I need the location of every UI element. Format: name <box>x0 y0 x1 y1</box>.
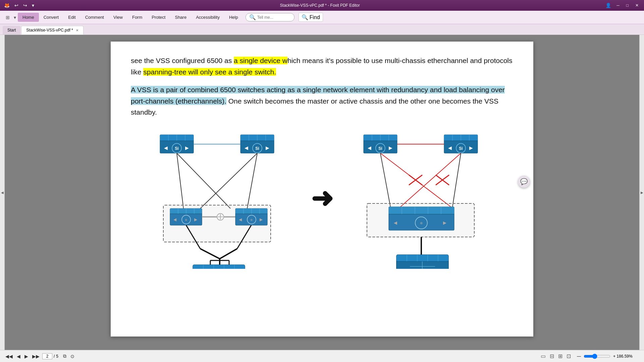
pdf-viewer: see the VSS configured 6500 as a single … <box>5 35 639 350</box>
tabbar: Start StackWise-VSS-vPC.pdf * ✕ <box>0 24 644 35</box>
last-page-btn[interactable]: ▶▶ <box>31 353 41 360</box>
paragraph-2: A VSS is a pair of combined 6500 switche… <box>131 84 513 118</box>
menu-edit[interactable]: Edit <box>63 13 80 22</box>
titlebar-left: 🦊 ↩ ↪ ▾ <box>3 2 36 9</box>
pdf-page: see the VSS configured 6500 as a single … <box>111 42 533 337</box>
find-box[interactable]: 🔍 Find <box>299 13 323 22</box>
svg-text:◀: ◀ <box>173 217 177 222</box>
svg-text:Si: Si <box>459 146 463 151</box>
statusbar: ◀◀ ◀ ▶ ▶▶ / 5 ⧉ ⊙ ▭ ⊟ ⊞ ⊡ — + 186.59% <box>0 350 644 362</box>
svg-rect-98 <box>389 207 454 214</box>
minimize-btn[interactable]: ─ <box>614 2 622 8</box>
titlebar-title: StackWise-VSS-vPC.pdf * - Foxit PDF Edit… <box>36 3 604 8</box>
svg-line-89 <box>400 153 461 207</box>
two-page-cont-btn[interactable]: ⊡ <box>566 352 572 360</box>
prev-page-btn[interactable]: ◀ <box>15 353 22 360</box>
total-pages: 5 <box>56 354 58 359</box>
svg-text:▶: ▶ <box>194 217 198 222</box>
quick-access-btn[interactable]: ▾ <box>31 2 36 9</box>
menu-convert[interactable]: Convert <box>39 13 64 22</box>
search-icon: 🔍 <box>249 14 256 20</box>
continuous-view-btn[interactable]: ⊟ <box>549 352 555 360</box>
redo-btn[interactable]: ↪ <box>22 2 29 9</box>
svg-text:◀: ◀ <box>448 145 452 150</box>
menu-form[interactable]: Form <box>127 13 147 22</box>
menu-home[interactable]: Home <box>18 13 39 22</box>
paragraph-1: see the VSS configured 6500 as a single … <box>131 55 513 77</box>
tab-start-label: Start <box>7 28 16 33</box>
next-page-btn[interactable]: ▶ <box>23 353 30 360</box>
svg-text:▶: ▶ <box>185 145 189 150</box>
menu-share[interactable]: Share <box>170 13 191 22</box>
comment-btn[interactable]: 💬 <box>518 176 530 188</box>
toolbar-left-icons: ⊞ ▾ <box>4 14 18 21</box>
highlight-vss-desc: A VSS is a pair of combined 6500 switche… <box>131 86 505 105</box>
content-area: ◀ see the VSS configured 6500 as a singl… <box>0 35 644 350</box>
svg-text:◀: ◀ <box>394 220 397 225</box>
left-panel-toggle[interactable]: ◀ <box>0 35 5 350</box>
titlebar-right: 👤 ─ □ ✕ <box>604 2 641 9</box>
arrow-diagram: ➜ <box>311 183 333 214</box>
menu-help[interactable]: Help <box>224 13 243 22</box>
menu-accessibility[interactable]: Accessibility <box>191 13 224 22</box>
menu-protect[interactable]: Protect <box>147 13 170 22</box>
view-options2-btn[interactable]: ▾ <box>12 14 18 21</box>
svg-text:◀: ◀ <box>164 145 168 150</box>
svg-line-21 <box>177 153 230 208</box>
svg-text:⊕: ⊕ <box>420 221 423 225</box>
two-page-view-btn[interactable]: ⊞ <box>557 352 563 360</box>
app-icon: 🦊 <box>3 2 11 9</box>
single-page-view-btn[interactable]: ▭ <box>540 352 546 360</box>
statusbar-view-controls: ▭ ⊟ ⊞ ⊡ — + 186.59% <box>540 352 640 360</box>
svg-text:▶: ▶ <box>260 217 263 222</box>
statusbar-navigation: ◀◀ ◀ ▶ ▶▶ / 5 ⧉ ⊙ <box>4 353 76 360</box>
highlight-single-device: a single device w <box>234 57 287 64</box>
tab-start[interactable]: Start <box>3 26 20 35</box>
tell-me-input[interactable] <box>257 15 291 20</box>
right-chevron-icon: ▶ <box>641 191 643 194</box>
close-btn[interactable]: ✕ <box>633 2 641 8</box>
svg-rect-110 <box>396 255 448 261</box>
svg-text:⊕: ⊕ <box>185 218 187 222</box>
svg-line-52 <box>200 249 220 259</box>
view-options-btn[interactable]: ⊞ <box>4 14 11 21</box>
menu-comment[interactable]: Comment <box>80 13 109 22</box>
menu-view[interactable]: View <box>109 13 127 22</box>
page-separator: / <box>54 354 55 359</box>
tab-close-btn[interactable]: ✕ <box>76 28 78 32</box>
copy-page-btn[interactable]: ⧉ <box>62 353 68 360</box>
menubar: ⊞ ▾ Home Convert Edit Comment View Form … <box>0 11 644 24</box>
svg-rect-59 <box>193 265 245 269</box>
svg-text:◀: ◀ <box>239 217 242 222</box>
undo-btn[interactable]: ↩ <box>13 2 20 9</box>
zoom-slider[interactable] <box>584 354 610 359</box>
svg-line-53 <box>220 249 237 259</box>
maximize-btn[interactable]: □ <box>624 2 631 8</box>
diagram-after: Si ◀ ▶ Si ◀ ▶ <box>347 128 501 269</box>
right-panel-toggle[interactable]: ▶ <box>639 35 644 350</box>
diagram-container: Si ◀ ▶ Si ◀ <box>131 128 513 269</box>
svg-text:⊕: ⊕ <box>250 218 253 222</box>
page-number-input[interactable] <box>42 353 52 359</box>
user-icon[interactable]: 👤 <box>604 2 612 9</box>
snapshot-btn[interactable]: ⊙ <box>69 353 76 360</box>
highlight-spanning-tree: spanning-tree will only see a single swi… <box>143 68 276 76</box>
svg-line-95 <box>452 153 461 207</box>
svg-text:▶: ▶ <box>469 145 473 150</box>
titlebar: 🦊 ↩ ↪ ▾ StackWise-VSS-vPC.pdf * - Foxit … <box>0 0 644 11</box>
svg-line-94 <box>380 153 390 207</box>
svg-rect-41 <box>235 208 267 214</box>
first-page-btn[interactable]: ◀◀ <box>4 353 14 360</box>
comment-icon: 💬 <box>520 178 528 185</box>
find-label: Find <box>310 14 320 20</box>
svg-text:◀: ◀ <box>245 145 248 150</box>
svg-text:Si: Si <box>175 146 178 151</box>
zoom-level: + 186.59% <box>613 354 640 359</box>
svg-text:Si: Si <box>378 146 382 151</box>
tell-me-box[interactable]: 🔍 <box>246 13 294 21</box>
tab-document-label: StackWise-VSS-vPC.pdf * <box>26 28 73 33</box>
svg-text:◀: ◀ <box>368 145 371 150</box>
find-icon: 🔍 <box>302 14 308 20</box>
tab-document[interactable]: StackWise-VSS-vPC.pdf * ✕ <box>21 26 83 35</box>
svg-rect-27 <box>170 208 202 214</box>
